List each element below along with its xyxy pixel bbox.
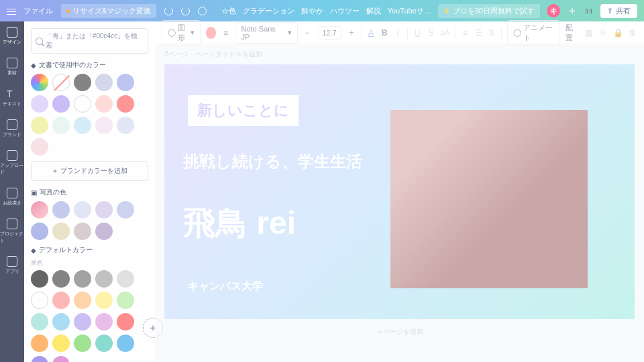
font-select[interactable]: Noto Sans JP ▾ (235, 22, 298, 44)
color-swatch[interactable] (31, 74, 48, 91)
link[interactable]: ハウツー (330, 6, 360, 16)
color-swatch[interactable] (95, 223, 113, 240)
color-swatch[interactable] (74, 292, 91, 309)
undo-icon[interactable] (164, 7, 173, 15)
nav-design[interactable]: デザイン (3, 27, 21, 46)
photo-thumb[interactable] (31, 201, 48, 219)
color-swatch[interactable] (74, 95, 91, 113)
avatar[interactable]: キ (547, 4, 560, 17)
color-swatch[interactable] (74, 313, 91, 330)
color-swatch[interactable] (31, 223, 48, 240)
lock-icon[interactable]: 🔒 (613, 28, 623, 38)
color-swatch[interactable] (74, 201, 91, 219)
color-swatch[interactable] (52, 313, 70, 330)
photo-element[interactable] (390, 110, 588, 288)
fab-add[interactable]: ＋ (143, 318, 163, 338)
color-swatch[interactable] (117, 95, 134, 113)
transparency-icon[interactable]: ▦ (584, 28, 593, 38)
color-swatch[interactable] (117, 292, 134, 309)
color-swatch[interactable] (52, 356, 70, 362)
link[interactable]: YouTubeサ… (388, 6, 431, 16)
position-button[interactable]: 配置 (566, 23, 578, 43)
add-icon[interactable]: ＋ (567, 4, 578, 18)
strike-icon[interactable]: S (427, 28, 435, 38)
share-button[interactable]: ⇧ 共有 (600, 4, 637, 18)
link[interactable]: ☆色 (221, 6, 236, 16)
color-swatch[interactable] (52, 335, 70, 352)
canvas-page[interactable]: 新しいことに 挑戦し続ける、学生生活 飛鳥 rei キャンバス大学 (164, 64, 635, 319)
file-menu[interactable]: ファイル (23, 6, 53, 16)
color-swatch[interactable] (52, 117, 70, 134)
link[interactable]: 解説 (366, 6, 381, 16)
add-brand-color[interactable]: ＋ ブランドカラーを追加 (31, 161, 148, 181)
color-swatch[interactable] (117, 270, 134, 288)
nav-elements[interactable]: 素材 (7, 58, 17, 76)
text-color-icon[interactable]: A (367, 28, 375, 38)
resize-button[interactable]: リサイズ&マジック変換 (61, 4, 156, 18)
nav-apps[interactable]: アプリ (5, 256, 19, 275)
color-swatch[interactable] (52, 292, 70, 309)
color-swatch[interactable] (117, 74, 134, 91)
insights-icon[interactable]: ⫾⫾ (584, 6, 594, 15)
animate-button[interactable]: ◯ アニメート (507, 20, 560, 46)
color-swatch[interactable] (117, 335, 134, 352)
nav-upload[interactable]: アップロード (0, 150, 24, 176)
color-swatch[interactable] (117, 313, 134, 330)
color-swatch[interactable] (95, 117, 113, 134)
spacing-icon[interactable]: ⇅ (488, 28, 496, 38)
align-icon[interactable]: ≡ (461, 28, 469, 38)
color-swatch[interactable] (74, 335, 91, 352)
color-swatch[interactable] (52, 95, 70, 113)
color-swatch[interactable] (74, 223, 91, 240)
color-swatch[interactable] (95, 313, 113, 330)
text-element-4[interactable]: キャンバス大学 (188, 280, 263, 294)
color-swatch[interactable] (52, 201, 70, 219)
color-swatch[interactable] (31, 292, 48, 309)
nav-text[interactable]: Tテキスト (3, 88, 21, 107)
color-swatch[interactable] (31, 270, 48, 288)
color-swatch[interactable] (31, 117, 48, 134)
trial-button[interactable]: ♛プロを30日間無料で試す (438, 4, 540, 18)
color-swatch[interactable] (31, 356, 48, 362)
color-swatch[interactable] (52, 270, 70, 288)
nav-projects[interactable]: プロジェクト (0, 219, 24, 244)
bold-icon[interactable]: B (380, 28, 388, 38)
color-swatch[interactable] (52, 74, 70, 91)
text-element-2[interactable]: 挑戦し続ける、学生生活 (183, 151, 362, 172)
case-icon[interactable]: aA (440, 28, 449, 38)
color-swatch[interactable] (74, 270, 91, 288)
color-swatch[interactable] (117, 201, 134, 219)
fill-color[interactable] (206, 27, 217, 39)
color-swatch[interactable] (31, 138, 48, 156)
menu-icon[interactable] (7, 7, 15, 15)
color-swatch[interactable] (31, 335, 48, 352)
list-icon[interactable]: ☰ (474, 28, 482, 38)
color-swatch[interactable] (95, 292, 113, 309)
color-swatch[interactable] (95, 95, 113, 113)
text-element-3[interactable]: 飛鳥 rei (183, 202, 296, 245)
color-swatch[interactable] (95, 270, 113, 288)
nav-draw[interactable]: お絵描き (3, 188, 21, 206)
delete-icon[interactable]: 🗑 (628, 28, 637, 38)
size-minus[interactable]: − (303, 28, 311, 38)
nav-brand[interactable]: ブランド (3, 119, 21, 138)
redo-icon[interactable] (181, 7, 190, 15)
color-swatch[interactable] (31, 313, 48, 330)
color-swatch[interactable] (95, 335, 113, 352)
text-element-1[interactable]: 新しいことに (188, 95, 299, 126)
color-swatch[interactable] (95, 201, 113, 219)
color-swatch[interactable] (95, 74, 113, 91)
color-swatch[interactable] (31, 95, 48, 113)
add-page-button[interactable]: ＋ページを追加 (155, 319, 644, 345)
italic-icon[interactable]: I (394, 28, 402, 38)
shape-button[interactable]: ◯ 図形 ▾ (162, 20, 201, 46)
color-search[interactable]: 「青」または「#00c4cc」を検索 (31, 28, 148, 54)
border-style-icon[interactable]: ≡ (221, 28, 229, 38)
font-size[interactable]: 12.7 (317, 26, 342, 40)
underline-icon[interactable]: U (413, 28, 421, 38)
page-title-input[interactable]: 2ページ・ページタイトルを追加 (155, 44, 644, 64)
color-swatch[interactable] (117, 117, 134, 134)
copy-style-icon[interactable]: ⎘ (598, 28, 608, 38)
link[interactable]: 鮮やか (301, 6, 323, 16)
link[interactable]: グラデーション (243, 6, 294, 16)
